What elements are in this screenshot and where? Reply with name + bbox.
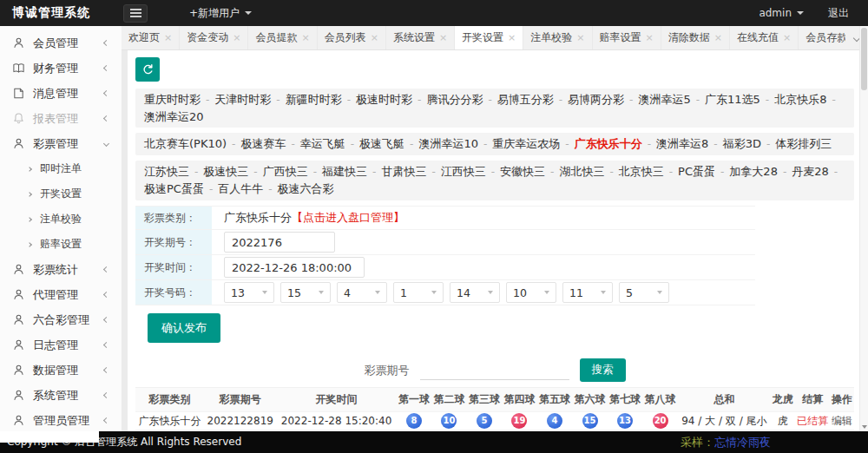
lottery-link[interactable]: 丹麦28	[792, 165, 829, 178]
lottery-link[interactable]: 重庆幸运农场	[492, 137, 560, 150]
lottery-link[interactable]: 北京快乐8	[774, 93, 826, 106]
lottery-link[interactable]: 天津时时彩	[214, 93, 271, 106]
logout-button[interactable]: 退出	[828, 6, 849, 21]
tab-close-icon[interactable]: ×	[301, 33, 309, 43]
lottery-link[interactable]: 新疆时时彩	[286, 93, 342, 106]
sidebar-item[interactable]: 代理管理	[0, 282, 122, 307]
tab[interactable]: 赔率设置×	[593, 26, 661, 49]
lottery-link[interactable]: 福建快三	[322, 165, 367, 178]
lottery-link[interactable]: 澳洲幸运5	[638, 93, 690, 106]
lottery-link[interactable]: 澳洲幸运10	[418, 137, 478, 150]
link-separator: -	[410, 138, 413, 150]
tab[interactable]: 系统设置×	[386, 26, 455, 49]
lottery-link[interactable]: 腾讯分分彩	[426, 93, 483, 106]
table-row: 广东快乐十分20221228192022-12-28 15:20:4081051…	[135, 412, 854, 430]
refresh-button[interactable]	[135, 57, 160, 82]
sidebar-subitem[interactable]: 注单校验	[0, 207, 122, 232]
menu-toggle-button[interactable]	[123, 4, 148, 23]
lottery-link[interactable]: 江西快三	[441, 165, 486, 178]
open-panel-link[interactable]: 【点击进入盘口管理】	[292, 210, 404, 226]
lottery-link[interactable]: 易博五分彩	[497, 93, 554, 106]
lottery-link[interactable]: 广东11选5	[705, 93, 760, 106]
tab-close-icon[interactable]: ×	[233, 33, 240, 43]
number-select[interactable]: 11	[562, 282, 613, 303]
issue-search-input[interactable]	[420, 361, 569, 380]
tab-close-icon[interactable]: ×	[783, 33, 791, 43]
tab[interactable]: 会员提款×	[248, 26, 317, 49]
tab[interactable]: 开奖设置×	[455, 26, 523, 49]
tab-close-icon[interactable]: ×	[164, 33, 172, 43]
sidebar-subitem[interactable]: 开奖设置	[0, 181, 122, 207]
tab[interactable]: 资金变动×	[180, 26, 248, 49]
number-select[interactable]: 13	[224, 282, 274, 303]
tab-close-icon[interactable]: ×	[439, 33, 447, 43]
lottery-link[interactable]: 百人牛牛	[218, 182, 263, 195]
tab-close-icon[interactable]: ×	[508, 33, 516, 43]
lottery-link[interactable]: 幸运飞艇	[300, 137, 345, 150]
draw-time-input[interactable]	[224, 257, 365, 278]
sidebar-item-label: 报表管理	[33, 111, 104, 127]
lottery-link[interactable]: 极速赛车	[240, 137, 286, 150]
sidebar-item[interactable]: 彩票管理	[0, 131, 122, 156]
sidebar-item[interactable]: 消息管理	[0, 81, 122, 106]
lottery-link[interactable]: 重庆时时彩	[144, 93, 201, 106]
number-select[interactable]: 14	[450, 282, 500, 303]
sidebar-item[interactable]: 系统管理	[0, 383, 122, 408]
tab-close-icon[interactable]: ×	[714, 33, 722, 43]
lottery-link[interactable]: 广西快三	[263, 165, 308, 178]
sidebar-item[interactable]: 财务管理	[0, 56, 122, 81]
sidebar-item[interactable]: 数据管理	[0, 358, 122, 383]
sidebar-subitem[interactable]: 赔率设置	[0, 232, 122, 257]
lottery-link[interactable]: 广东快乐十分	[575, 137, 642, 150]
add-user-dropdown[interactable]: +新增用户	[189, 6, 252, 21]
sidebar-item[interactable]: 六合彩管理	[0, 307, 122, 332]
link-separator: -	[720, 166, 724, 178]
sidebar-item[interactable]: 报表管理	[0, 106, 122, 131]
sidebar-item[interactable]: 会员管理	[0, 30, 122, 56]
sidebar-subitem[interactable]: 即时注单	[0, 156, 122, 181]
issue-number-input[interactable]	[224, 232, 335, 253]
sidebar-item[interactable]: 日志管理	[0, 332, 122, 358]
search-button[interactable]: 搜索	[580, 358, 626, 382]
lottery-link[interactable]: 甘肃快三	[381, 165, 426, 178]
tab[interactable]: 在线充值×	[730, 26, 799, 49]
confirm-publish-button[interactable]: 确认发布	[148, 313, 220, 343]
tab[interactable]: 欢迎页×	[122, 26, 180, 49]
link-separator: -	[488, 94, 491, 106]
edit-link[interactable]: 编辑	[832, 415, 852, 427]
lottery-link[interactable]: 湖北快三	[559, 165, 604, 178]
lottery-link[interactable]: 安徽快三	[500, 165, 545, 178]
tab[interactable]: 会员列表×	[318, 26, 386, 49]
lottery-link[interactable]: 福彩3D	[723, 137, 761, 150]
lottery-link[interactable]: 体彩排列三	[775, 137, 832, 150]
scrollbar-down-arrow[interactable]	[862, 425, 867, 429]
lottery-link[interactable]: 极速六合彩	[278, 182, 334, 195]
sidebar-item[interactable]: 管理员管理	[0, 408, 122, 433]
tab[interactable]: 清除数据×	[661, 26, 730, 49]
sidebar-item[interactable]: 彩票统计	[0, 257, 122, 282]
lottery-link[interactable]: 极速快三	[203, 165, 248, 178]
lottery-link[interactable]: 极速飞艇	[359, 137, 404, 150]
lottery-link[interactable]: PC蛋蛋	[678, 165, 715, 178]
lottery-link[interactable]: 极速PC蛋蛋	[144, 182, 204, 195]
scrollbar-thumb[interactable]	[861, 28, 867, 90]
lottery-link[interactable]: 北京快三	[619, 165, 664, 178]
lottery-link[interactable]: 澳洲幸运8	[656, 137, 708, 150]
lottery-link[interactable]: 易博两分彩	[568, 93, 624, 106]
lottery-link[interactable]: 江苏快三	[144, 165, 189, 178]
lottery-link[interactable]: 加拿大28	[729, 165, 778, 178]
tab-close-icon[interactable]: ×	[576, 33, 584, 43]
admin-dropdown[interactable]: admin	[759, 7, 804, 19]
lottery-link[interactable]: 澳洲幸运20	[144, 110, 204, 123]
lottery-link[interactable]: 极速时时彩	[356, 93, 412, 106]
number-select[interactable]: 15	[280, 282, 331, 303]
tab-close-icon[interactable]: ×	[371, 33, 378, 43]
number-select[interactable]: 5	[619, 282, 669, 303]
tab[interactable]: 注单校验×	[523, 26, 592, 49]
number-select[interactable]: 1	[393, 282, 444, 303]
vertical-scrollbar[interactable]	[859, 26, 868, 431]
number-select[interactable]: 4	[337, 282, 387, 303]
tab-close-icon[interactable]: ×	[646, 33, 654, 43]
number-select[interactable]: 10	[506, 282, 556, 303]
lottery-link[interactable]: 北京赛车(PK10)	[144, 137, 227, 150]
